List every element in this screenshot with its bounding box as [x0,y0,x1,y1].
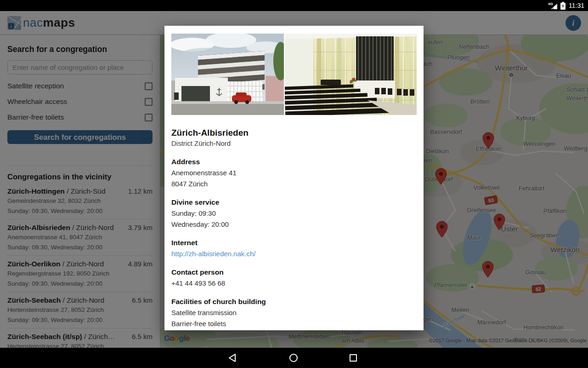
divine-service-heading: Divine service [171,197,417,208]
dialog-title: Zürich-Albisrieden [171,127,417,138]
service-time: Wednesday: 20:00 [171,219,417,230]
home-button[interactable] [288,353,299,363]
facilities-heading: Facilities of church building [171,296,417,307]
contact-phone: +41 44 493 56 68 [171,278,417,289]
address-line: 8047 Zürich [171,178,417,190]
address-section: Address Anemonenstrasse 41 8047 Zürich [171,156,417,190]
dialog-subtitle: District Zürich-Nord [171,138,417,149]
congregation-photos [171,34,417,115]
contact-section: Contact person +41 44 493 56 68 [171,267,417,289]
congregation-website-link[interactable]: http://zh-albisrieden.nak.ch/ [171,250,255,258]
clock: 11:31 [569,2,584,9]
divine-service-section: Divine service Sunday: 09:30 Wednesday: … [171,197,417,230]
congregation-detail-dialog: Zürich-Albisrieden District Zürich-Nord … [164,26,424,330]
status-bar: 4G 11:31 [0,0,588,11]
recents-button[interactable] [348,353,358,363]
address-heading: Address [171,156,417,167]
facilities-section: Facilities of church building Satellite … [171,296,417,329]
android-nav-bar [0,348,588,368]
internet-section: Internet http://zh-albisrieden.nak.ch/ [171,237,417,259]
church-interior-photo [285,34,417,115]
facility-item: Barrier-free toilets [171,318,417,329]
back-button[interactable] [227,353,237,363]
church-exterior-photo [171,34,284,115]
internet-heading: Internet [171,237,417,248]
device-screen: 4G 11:31 [0,0,588,368]
address-line: Anemonenstrasse 41 [171,167,417,178]
app-window: eufen Neftenbach Pfungen ach Winterthur … [0,11,588,348]
network-signal-icon: 4G [548,2,557,9]
battery-charging-icon [560,2,565,10]
facility-item: Satellite transmission [171,307,417,318]
contact-heading: Contact person [171,267,417,278]
service-time: Sunday: 09:30 [171,208,417,219]
